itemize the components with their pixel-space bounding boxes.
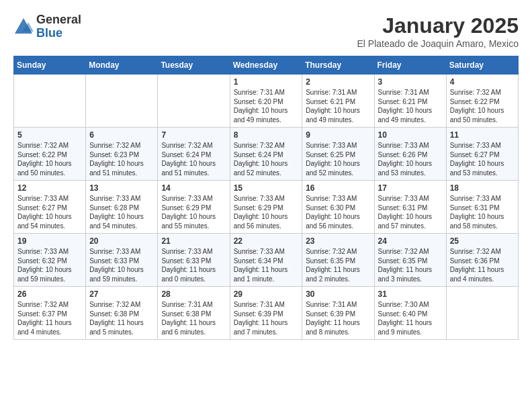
day-number: 15 (234, 183, 299, 193)
calendar-cell: 28Sunrise: 7:31 AM Sunset: 6:38 PM Dayli… (158, 287, 230, 340)
page-header: General Blue January 2025 El Plateado de… (13, 13, 519, 49)
calendar-week-1: 1Sunrise: 7:31 AM Sunset: 6:20 PM Daylig… (14, 75, 519, 128)
month-title: January 2025 (357, 13, 519, 38)
day-info: Sunrise: 7:32 AM Sunset: 6:35 PM Dayligh… (378, 247, 443, 283)
day-info: Sunrise: 7:33 AM Sunset: 6:32 PM Dayligh… (17, 247, 82, 283)
weekday-tuesday: Tuesday (158, 56, 230, 75)
day-info: Sunrise: 7:32 AM Sunset: 6:35 PM Dayligh… (306, 247, 370, 283)
day-info: Sunrise: 7:33 AM Sunset: 6:31 PM Dayligh… (378, 194, 443, 230)
calendar-cell: 4Sunrise: 7:32 AM Sunset: 6:22 PM Daylig… (446, 75, 518, 128)
calendar-cell: 27Sunrise: 7:32 AM Sunset: 6:38 PM Dayli… (86, 287, 158, 340)
day-info: Sunrise: 7:32 AM Sunset: 6:22 PM Dayligh… (450, 88, 515, 124)
day-info: Sunrise: 7:31 AM Sunset: 6:21 PM Dayligh… (306, 88, 370, 124)
calendar-cell: 5Sunrise: 7:32 AM Sunset: 6:22 PM Daylig… (14, 128, 86, 181)
day-number: 30 (306, 289, 370, 299)
calendar-cell (14, 75, 86, 128)
day-number: 27 (89, 289, 154, 299)
calendar-cell: 14Sunrise: 7:33 AM Sunset: 6:29 PM Dayli… (158, 181, 230, 234)
day-info: Sunrise: 7:33 AM Sunset: 6:29 PM Dayligh… (234, 194, 299, 230)
calendar-cell: 24Sunrise: 7:32 AM Sunset: 6:35 PM Dayli… (374, 234, 446, 287)
calendar-cell: 2Sunrise: 7:31 AM Sunset: 6:21 PM Daylig… (302, 75, 374, 128)
day-info: Sunrise: 7:33 AM Sunset: 6:29 PM Dayligh… (161, 194, 226, 230)
calendar-cell (86, 75, 158, 128)
weekday-saturday: Saturday (446, 56, 518, 75)
calendar-cell: 9Sunrise: 7:33 AM Sunset: 6:25 PM Daylig… (302, 128, 374, 181)
day-info: Sunrise: 7:31 AM Sunset: 6:39 PM Dayligh… (306, 300, 370, 336)
calendar-table: SundayMondayTuesdayWednesdayThursdayFrid… (13, 56, 519, 340)
calendar-cell: 21Sunrise: 7:33 AM Sunset: 6:33 PM Dayli… (158, 234, 230, 287)
calendar-week-5: 26Sunrise: 7:32 AM Sunset: 6:37 PM Dayli… (14, 287, 519, 340)
day-number: 21 (161, 236, 226, 246)
day-number: 1 (234, 77, 299, 87)
day-number: 3 (378, 77, 443, 87)
day-number: 28 (161, 289, 226, 299)
title-block: January 2025 El Plateado de Joaquin Amar… (357, 13, 519, 49)
day-info: Sunrise: 7:33 AM Sunset: 6:31 PM Dayligh… (450, 194, 515, 230)
day-info: Sunrise: 7:33 AM Sunset: 6:27 PM Dayligh… (17, 194, 82, 230)
day-info: Sunrise: 7:32 AM Sunset: 6:36 PM Dayligh… (450, 247, 515, 283)
day-info: Sunrise: 7:32 AM Sunset: 6:24 PM Dayligh… (234, 141, 299, 177)
calendar-cell: 19Sunrise: 7:33 AM Sunset: 6:32 PM Dayli… (14, 234, 86, 287)
day-number: 7 (161, 130, 226, 140)
calendar-cell (158, 75, 230, 128)
calendar-cell (446, 287, 518, 340)
calendar-week-4: 19Sunrise: 7:33 AM Sunset: 6:32 PM Dayli… (14, 234, 519, 287)
calendar-week-2: 5Sunrise: 7:32 AM Sunset: 6:22 PM Daylig… (14, 128, 519, 181)
day-number: 19 (17, 236, 82, 246)
day-info: Sunrise: 7:33 AM Sunset: 6:26 PM Dayligh… (378, 141, 443, 177)
day-number: 31 (378, 289, 443, 299)
day-info: Sunrise: 7:33 AM Sunset: 6:34 PM Dayligh… (234, 247, 299, 283)
weekday-wednesday: Wednesday (230, 56, 302, 75)
day-number: 29 (234, 289, 299, 299)
day-info: Sunrise: 7:33 AM Sunset: 6:33 PM Dayligh… (89, 247, 154, 283)
calendar-cell: 16Sunrise: 7:33 AM Sunset: 6:30 PM Dayli… (302, 181, 374, 234)
day-info: Sunrise: 7:33 AM Sunset: 6:27 PM Dayligh… (450, 141, 515, 177)
day-number: 25 (450, 236, 515, 246)
weekday-monday: Monday (86, 56, 158, 75)
day-number: 13 (89, 183, 154, 193)
day-number: 22 (234, 236, 299, 246)
day-number: 6 (89, 130, 154, 140)
weekday-thursday: Thursday (302, 56, 374, 75)
calendar-cell: 26Sunrise: 7:32 AM Sunset: 6:37 PM Dayli… (14, 287, 86, 340)
day-number: 23 (306, 236, 370, 246)
day-info: Sunrise: 7:31 AM Sunset: 6:21 PM Dayligh… (378, 88, 443, 124)
logo-icon (13, 17, 34, 37)
day-number: 2 (306, 77, 370, 87)
calendar-cell: 23Sunrise: 7:32 AM Sunset: 6:35 PM Dayli… (302, 234, 374, 287)
day-info: Sunrise: 7:33 AM Sunset: 6:28 PM Dayligh… (89, 194, 154, 230)
logo-blue-text: Blue (36, 27, 81, 40)
calendar-week-3: 12Sunrise: 7:33 AM Sunset: 6:27 PM Dayli… (14, 181, 519, 234)
calendar-cell: 12Sunrise: 7:33 AM Sunset: 6:27 PM Dayli… (14, 181, 86, 234)
day-info: Sunrise: 7:33 AM Sunset: 6:30 PM Dayligh… (306, 194, 370, 230)
day-number: 20 (89, 236, 154, 246)
day-number: 4 (450, 77, 515, 87)
day-info: Sunrise: 7:31 AM Sunset: 6:20 PM Dayligh… (234, 88, 299, 124)
calendar-cell: 30Sunrise: 7:31 AM Sunset: 6:39 PM Dayli… (302, 287, 374, 340)
calendar-cell: 25Sunrise: 7:32 AM Sunset: 6:36 PM Dayli… (446, 234, 518, 287)
day-number: 24 (378, 236, 443, 246)
day-number: 9 (306, 130, 370, 140)
calendar-cell: 8Sunrise: 7:32 AM Sunset: 6:24 PM Daylig… (230, 128, 302, 181)
logo-text: General Blue (36, 13, 81, 40)
day-number: 10 (378, 130, 443, 140)
weekday-friday: Friday (374, 56, 446, 75)
calendar-cell: 31Sunrise: 7:30 AM Sunset: 6:40 PM Dayli… (374, 287, 446, 340)
calendar-cell: 13Sunrise: 7:33 AM Sunset: 6:28 PM Dayli… (86, 181, 158, 234)
calendar-cell: 20Sunrise: 7:33 AM Sunset: 6:33 PM Dayli… (86, 234, 158, 287)
calendar-cell: 15Sunrise: 7:33 AM Sunset: 6:29 PM Dayli… (230, 181, 302, 234)
day-number: 17 (378, 183, 443, 193)
day-number: 8 (234, 130, 299, 140)
day-number: 18 (450, 183, 515, 193)
location-title: El Plateado de Joaquin Amaro, Mexico (357, 38, 519, 49)
calendar-cell: 22Sunrise: 7:33 AM Sunset: 6:34 PM Dayli… (230, 234, 302, 287)
calendar-cell: 10Sunrise: 7:33 AM Sunset: 6:26 PM Dayli… (374, 128, 446, 181)
logo-general-text: General (36, 13, 81, 27)
weekday-sunday: Sunday (14, 56, 86, 75)
day-info: Sunrise: 7:33 AM Sunset: 6:25 PM Dayligh… (306, 141, 370, 177)
day-number: 16 (306, 183, 370, 193)
calendar-cell: 7Sunrise: 7:32 AM Sunset: 6:24 PM Daylig… (158, 128, 230, 181)
day-info: Sunrise: 7:32 AM Sunset: 6:24 PM Dayligh… (161, 141, 226, 177)
calendar-cell: 11Sunrise: 7:33 AM Sunset: 6:27 PM Dayli… (446, 128, 518, 181)
day-number: 26 (17, 289, 82, 299)
